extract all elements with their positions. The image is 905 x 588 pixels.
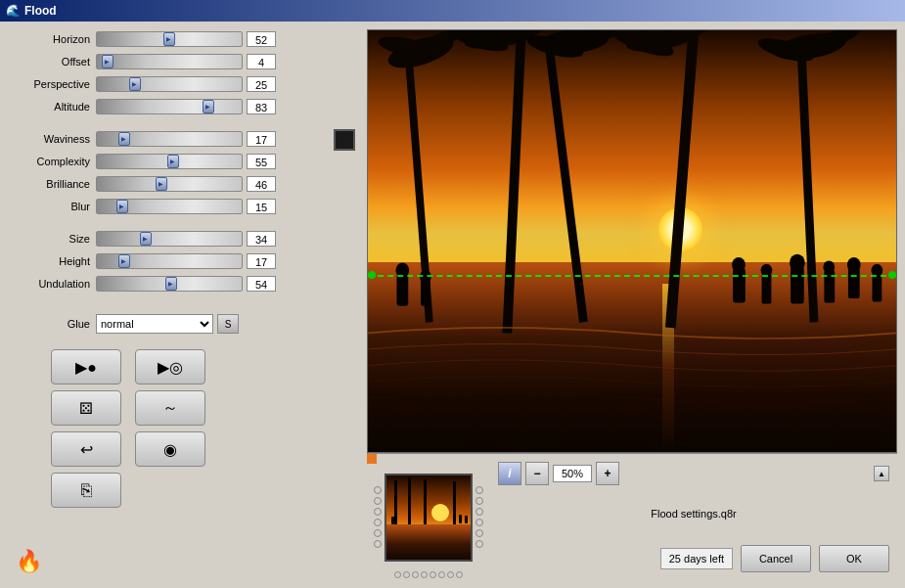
- slider-thumb-horizon[interactable]: [163, 32, 175, 46]
- slider-value-undulation: 54: [247, 276, 276, 292]
- slider-track-blur[interactable]: [96, 199, 243, 214]
- sky-gradient: [368, 30, 896, 284]
- slider-row: Waviness17: [12, 129, 359, 149]
- slider-value-altitude: 83: [247, 99, 276, 114]
- svg-rect-43: [391, 517, 394, 524]
- arc-dot: [421, 571, 428, 578]
- slider-thumb-complexity[interactable]: [167, 155, 179, 168]
- slider-value-height: 17: [247, 253, 276, 269]
- slider-label-offset: Offset: [12, 56, 90, 68]
- info-zoom-group: i − 50% +: [498, 462, 619, 485]
- slider-thumb-altitude[interactable]: [203, 100, 214, 113]
- play-options-button[interactable]: ▶◎: [135, 349, 205, 384]
- slider-thumb-perspective[interactable]: [129, 77, 141, 91]
- glue-row: Glue normal multiply screen overlay S: [12, 314, 359, 334]
- slider-thumb-brilliance[interactable]: [156, 177, 167, 191]
- scroll-up-button[interactable]: ▲: [874, 466, 889, 481]
- zoom-plus-button[interactable]: +: [596, 462, 619, 485]
- slider-track-altitude[interactable]: [96, 99, 243, 114]
- bottom-info: i − 50% + ▲: [490, 454, 897, 580]
- slider-row: Horizon52: [12, 29, 359, 49]
- target-button[interactable]: ◉: [135, 431, 205, 467]
- handle-left: [368, 271, 376, 279]
- slider-track-horizon[interactable]: [96, 31, 243, 47]
- random-button[interactable]: ⚄: [51, 390, 121, 426]
- dots-right: [473, 478, 486, 556]
- dot: [475, 540, 483, 548]
- slider-value-complexity: 55: [247, 154, 276, 169]
- slider-track-offset[interactable]: [96, 54, 243, 69]
- slider-value-offset: 4: [247, 54, 276, 69]
- bottom-row1: i − 50% + ▲: [498, 462, 889, 485]
- title-bar-title: Flood: [24, 4, 57, 18]
- slider-row: Offset4: [12, 52, 359, 71]
- slider-value-perspective: 25: [247, 76, 276, 92]
- slider-row: Complexity55: [12, 152, 359, 171]
- selection-border: [368, 275, 896, 277]
- slider-group-1: Horizon52Offset4Perspective25Altitude83: [12, 29, 359, 119]
- left-panel: Horizon52Offset4Perspective25Altitude83 …: [0, 22, 367, 588]
- sunset-scene: [368, 30, 896, 452]
- arc-dot: [430, 571, 436, 578]
- ok-button[interactable]: OK: [819, 545, 889, 572]
- thumbnail-wrapper: [367, 454, 490, 580]
- arc-dot: [412, 571, 419, 578]
- copy-icon: ⎘: [81, 480, 92, 501]
- glue-s-button[interactable]: S: [217, 314, 239, 334]
- svg-rect-45: [465, 516, 468, 523]
- dot: [475, 529, 483, 537]
- copy-button[interactable]: ⎘: [51, 473, 121, 508]
- slider-track-brilliance[interactable]: [96, 176, 243, 192]
- trial-badge[interactable]: 25 days left: [660, 548, 733, 569]
- slider-group-3: Size34Height17Undulation54: [12, 229, 359, 296]
- dialog-buttons-row: 25 days left Cancel OK: [498, 545, 889, 572]
- thumb-svg: [386, 475, 473, 562]
- slider-thumb-blur[interactable]: [116, 200, 128, 213]
- thumbnail-image[interactable]: [385, 474, 473, 562]
- svg-point-38: [431, 504, 449, 521]
- flame-icon: 🔥: [16, 549, 42, 574]
- slider-label-waviness: Waviness: [12, 133, 90, 145]
- slider-track-undulation[interactable]: [96, 276, 243, 292]
- wave-button[interactable]: ～: [135, 390, 205, 426]
- slider-thumb-undulation[interactable]: [165, 277, 177, 291]
- glue-select[interactable]: normal multiply screen overlay: [96, 314, 213, 334]
- slider-track-perspective[interactable]: [96, 76, 243, 92]
- slider-thumb-size[interactable]: [140, 232, 152, 246]
- action-buttons: ▶●▶◎⚄～↩◉: [51, 349, 359, 467]
- slider-row: Undulation54: [12, 274, 359, 294]
- play-record-button[interactable]: ▶●: [51, 349, 121, 384]
- cancel-button[interactable]: Cancel: [741, 545, 811, 572]
- color-swatch[interactable]: [334, 129, 355, 151]
- slider-thumb-waviness[interactable]: [118, 132, 130, 146]
- slider-label-height: Height: [12, 255, 90, 267]
- filename-row: Flood settings.q8r: [498, 491, 889, 535]
- svg-rect-39: [394, 480, 397, 524]
- svg-rect-44: [459, 515, 462, 523]
- info-button[interactable]: i: [498, 462, 521, 485]
- zoom-value: 50%: [553, 465, 592, 482]
- dot: [475, 519, 483, 526]
- undo-button[interactable]: ↩: [51, 431, 121, 467]
- dot: [374, 486, 382, 494]
- slider-track-height[interactable]: [96, 253, 243, 269]
- arc-dot: [447, 571, 454, 578]
- dot: [374, 497, 382, 505]
- zoom-minus-button[interactable]: −: [525, 462, 549, 485]
- slider-track-size[interactable]: [96, 231, 243, 247]
- slider-thumb-height[interactable]: [118, 254, 130, 268]
- preview-area: [367, 29, 897, 453]
- arc-dot: [394, 571, 401, 578]
- slider-track-complexity[interactable]: [96, 154, 243, 169]
- water-gradient: [368, 262, 896, 452]
- slider-label-undulation: Undulation: [12, 278, 90, 290]
- slider-label-horizon: Horizon: [12, 33, 90, 45]
- slider-row: Size34: [12, 229, 359, 249]
- dot: [475, 497, 483, 505]
- slider-value-waviness: 17: [247, 131, 276, 147]
- slider-track-waviness[interactable]: [96, 131, 243, 147]
- slider-thumb-offset[interactable]: [102, 55, 113, 68]
- arc-dot: [456, 571, 463, 578]
- slider-value-horizon: 52: [247, 31, 276, 47]
- title-bar-icon: 🌊: [6, 4, 21, 18]
